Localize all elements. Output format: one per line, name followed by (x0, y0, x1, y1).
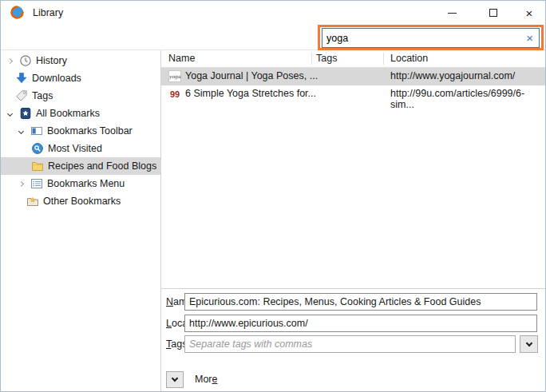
sidebar-item-all-bookmarks[interactable]: All Bookmarks (1, 105, 160, 122)
sidebar-item-bookmarks-toolbar[interactable]: Bookmarks Toolbar (1, 122, 160, 140)
download-arrow-icon (15, 72, 28, 85)
list-column-headers: Name Tags Location (161, 50, 545, 68)
expander-down-icon[interactable] (15, 129, 26, 133)
sidebar: History Downloads Tags (1, 50, 160, 391)
sidebar-item-label: Bookmarks Menu (47, 178, 125, 189)
sidebar-item-label: Bookmarks Toolbar (47, 125, 133, 137)
bookmark-name: Yoga Journal | Yoga Poses, ... (185, 70, 318, 81)
bookmark-row-yoga-journal[interactable]: yoga Yoga Journal | Yoga Poses, ... http… (161, 68, 545, 85)
smart-folder-search-icon (31, 142, 44, 155)
tags-field-row: Tags: (161, 335, 545, 353)
chevron-down-icon (525, 339, 532, 346)
folder-icon (31, 160, 44, 172)
maximize-button[interactable] (480, 1, 507, 25)
column-header-location[interactable]: Location (390, 53, 428, 64)
title-bar: Library × (1, 1, 545, 25)
chevron-down-icon (172, 375, 178, 382)
library-window: Library × Organize ▾ (0, 0, 546, 392)
maximize-icon (489, 9, 497, 17)
column-header-tags[interactable]: Tags (316, 53, 337, 64)
bookmark-name: 6 Simple Yoga Stretches for... (185, 88, 316, 99)
sidebar-item-label: Other Bookmarks (43, 196, 121, 207)
99u-favicon: 99 (168, 88, 181, 100)
expander-right-icon[interactable] (4, 59, 15, 63)
more-expand-button[interactable] (166, 371, 184, 388)
expander-right-icon[interactable] (15, 182, 26, 186)
tag-icon (15, 89, 28, 102)
column-separator[interactable] (383, 53, 384, 65)
yoga-journal-favicon: yoga (168, 70, 181, 82)
search-box[interactable]: × (322, 28, 540, 48)
sidebar-item-label: Tags (32, 90, 53, 101)
sidebar-item-bookmarks-menu[interactable]: Bookmarks Menu (1, 175, 160, 192)
bookmarks-toolbar-icon (30, 125, 43, 137)
minimize-icon (448, 13, 457, 14)
sidebar-item-downloads[interactable]: Downloads (1, 69, 160, 87)
tags-dropdown-button[interactable] (520, 335, 538, 353)
bookmarks-menu-list-icon (30, 177, 43, 190)
bookmark-row-yoga-stretches[interactable]: 99 6 Simple Yoga Stretches for... http:/… (161, 85, 545, 103)
sidebar-item-other-bookmarks[interactable]: Other Bookmarks (1, 192, 160, 210)
bookmark-location: http://99u.com/articles/6999/6-sim... (390, 88, 545, 110)
history-clock-icon (19, 54, 32, 67)
sidebar-item-label: Downloads (32, 73, 81, 84)
close-button[interactable]: × (516, 1, 543, 25)
sidebar-item-label: History (36, 55, 67, 66)
location-field[interactable] (184, 315, 537, 332)
minimize-button[interactable] (438, 1, 465, 25)
search-input[interactable] (322, 33, 520, 44)
bookmark-location: http://www.yogajournal.com/ (390, 70, 515, 81)
sidebar-item-recipes-and-food-blogs[interactable]: Recipes and Food Blogs (1, 157, 160, 175)
sidebar-item-label: Recipes and Food Blogs (48, 160, 156, 172)
firefox-icon (10, 6, 24, 19)
sidebar-item-history[interactable]: History (1, 52, 160, 69)
column-header-name[interactable]: Name (168, 53, 195, 64)
folder-star-icon (26, 195, 39, 208)
column-separator[interactable] (311, 53, 312, 65)
expander-down-icon[interactable] (4, 112, 15, 116)
name-field-row: Name: (161, 293, 545, 311)
sidebar-item-label: Most Visited (48, 143, 102, 154)
sidebar-item-most-visited[interactable]: Most Visited (1, 140, 160, 157)
more-label[interactable]: More (195, 374, 217, 385)
tags-field[interactable] (184, 335, 516, 353)
name-field[interactable] (184, 293, 537, 311)
bookmark-details-pane: Name: Location: Tags: More (161, 288, 545, 391)
sidebar-item-tags[interactable]: Tags (1, 87, 160, 105)
all-bookmarks-book-star-icon (19, 107, 32, 120)
close-icon: × (526, 6, 533, 20)
search-clear-icon[interactable]: × (520, 31, 539, 45)
location-field-row: Location: (161, 315, 545, 332)
bookmark-list-panel: Name Tags Location yoga Yoga Journal | Y… (161, 50, 545, 288)
sidebar-item-label: All Bookmarks (36, 108, 100, 119)
window-title: Library (33, 7, 63, 18)
